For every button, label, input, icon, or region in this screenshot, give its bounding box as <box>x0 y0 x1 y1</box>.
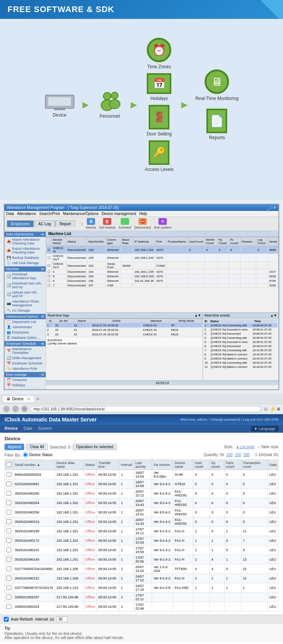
th-last-activity[interactable]: Last activity <box>134 460 152 470</box>
url-bar[interactable]: http://192.168.1.88:8082/iclock/data/icl… <box>30 406 261 412</box>
menu-device-mgmt[interactable]: Device management <box>102 212 136 216</box>
qty-100[interactable]: 100 <box>226 453 233 457</box>
sidebar-item-shifts[interactable]: 🔄Shifts Management <box>5 355 46 361</box>
th-fp-count[interactable]: Fp count <box>210 460 225 470</box>
event-row[interactable]: 8 [CHECK IN] failed in connect 16:42:03 … <box>204 352 278 357</box>
sidebar-item-export[interactable]: 📤Export Attendance Checking Data <box>5 246 46 255</box>
star-icon[interactable]: ☆ <box>263 406 268 412</box>
iclock-device-row[interactable]: 3929182490224 192.168.1.201 Offline 00:0… <box>5 517 278 527</box>
event-row[interactable]: 5 [CHECK IN] Succeed in conn 16:35:51 07… <box>204 340 278 344</box>
sidebar-item-download-logs[interactable]: 🔄Download attendance logs <box>5 272 46 281</box>
forward-btn[interactable]: › <box>12 406 19 412</box>
clear-all-btn[interactable]: Clear All <box>26 444 47 450</box>
btn-connect[interactable]: 🔗 Connect <box>118 218 131 229</box>
tab-close-icon[interactable]: ✕ <box>27 397 30 401</box>
btn-exit[interactable]: ✕ Exit system <box>154 218 171 229</box>
table-row[interactable]: ☐ 7 Disconnected 107 USB <box>46 283 278 288</box>
iclock-device-row[interactable]: 3929182490264 192.168.1.201 Offline 00:0… <box>5 498 278 508</box>
nav-device[interactable]: Device <box>5 426 18 432</box>
auto-refresh-checkbox[interactable] <box>4 617 9 622</box>
list-style-option[interactable]: ● List style <box>236 445 254 449</box>
qty-200[interactable]: 200 <box>243 453 250 457</box>
iclock-device-row[interactable]: 3929182490256 192.168.1.201 Offline 00:0… <box>5 508 278 517</box>
sidebar-item-backup[interactable]: 💾Backup Database <box>5 255 46 260</box>
nav-system[interactable]: System <box>38 426 52 432</box>
log-row[interactable]: 2 23 23 2018-07-25 16:42:32 CHECK IN FAC… <box>46 328 203 332</box>
device-status-filter[interactable]: Device Status <box>23 452 52 457</box>
iclock-device-row[interactable]: OGT70800670731O0176 192.168.1.210 Offlin… <box>5 583 278 593</box>
iclock-device-row[interactable]: 3929182490161 192.168.1.201 Offline 00:0… <box>5 546 278 555</box>
event-row[interactable]: 10 [CHECK IN] Connecting with 16:44:10 0… <box>204 361 278 365</box>
browser-tab[interactable]: 🖥 Device ✕ <box>2 395 34 402</box>
iclock-device-row[interactable]: 3399201805337 217.65.194.88 Offline 00:0… <box>5 593 278 602</box>
iclock-device-row[interactable]: 5203182600681 192.168.1.201 Offline 00:0… <box>5 480 278 489</box>
sidebar-item-timetable[interactable]: 📅Maintenance Timetables <box>5 346 46 355</box>
sidebar-item-upload-user[interactable]: 🔄Upload user info and FP <box>5 290 46 299</box>
iclock-device-row[interactable]: 3929182490172 192.168.1.201 Offline 00:0… <box>5 536 278 546</box>
iclock-device-row[interactable]: 66691825000304 192.168.1.201 Offline 00:… <box>5 470 278 480</box>
sidebar-item-admin[interactable]: 👤Administrator <box>5 324 46 330</box>
th-face-count[interactable]: Face count <box>225 460 241 470</box>
select-all-checkbox[interactable] <box>6 462 11 467</box>
menu-icon[interactable]: ≡ <box>277 406 280 412</box>
table-style-option[interactable]: ○ Table style <box>257 445 278 449</box>
event-row[interactable]: 9 [CHECK IN] failed in connect 16:44:10 … <box>204 357 278 361</box>
sidebar-item-holidays[interactable]: 📅Holidays <box>5 383 46 388</box>
iclock-device-row[interactable]: 3929182490140 192.168.1.201 Offline 00:0… <box>5 555 278 564</box>
refresh-btn[interactable]: ↻ <box>21 406 28 412</box>
sidebar-item-unlock[interactable]: 🔓Unlock Combination <box>5 388 46 389</box>
table-row[interactable]: ☐ CHECK OUT Disconnected 109 Ethernet 19… <box>46 254 278 262</box>
sidebar-item-download-user[interactable]: 🔄Download user info and Fp <box>5 281 46 290</box>
table-row[interactable]: ☐ 5 Disconnected 105 Ethernet 192.168.0.… <box>46 274 278 279</box>
tab-report[interactable]: Report <box>55 220 75 227</box>
th-user-count[interactable]: User count <box>193 460 210 470</box>
menu-data[interactable]: Data <box>6 212 14 216</box>
tab-employees[interactable]: Employees <box>7 220 34 227</box>
table-row[interactable]: ☐ CHECK OUT Disconnected 103 Serial Port… <box>46 262 278 270</box>
sidebar-item-emp-schedule[interactable]: 📅Employee Schedule <box>5 361 46 366</box>
sidebar-item-import[interactable]: 📥Import Attendance Checking Data <box>5 237 46 246</box>
th-transfer-time[interactable]: Transfer time <box>97 460 119 470</box>
iclock-device-row[interactable]: 3929182490189 192.168.1.201 Offline 00:0… <box>5 527 278 536</box>
btn-device[interactable]: 🖥 Device <box>86 218 96 229</box>
th-serial-number[interactable]: Serial number ▲ <box>13 460 55 470</box>
event-row[interactable]: 2 [CHECK IN] Succeed in conn 16:08:41 07… <box>204 327 278 332</box>
append-btn[interactable]: Append <box>5 444 24 450</box>
att-menu-bar[interactable]: Data Attendance Search/Print Maintenance… <box>5 211 278 217</box>
menu-attendance[interactable]: Attendance <box>17 212 36 216</box>
menu-search[interactable]: Search/Print <box>39 212 60 216</box>
th-transaction-count[interactable]: Transaction count <box>241 460 268 470</box>
sidebar-item-usb[interactable]: 💿Usb Disk Manage <box>5 260 46 266</box>
iclock-device-row[interactable]: OGT70400570413O0081 192.168.1.205 Offlin… <box>5 564 278 574</box>
iclock-device-row[interactable]: 3929182490265 192.168.1.201 Offline 00:0… <box>5 489 278 498</box>
log-row[interactable]: 1 23 23 2018-07-25 16:08:39 CHECK IN FP <box>46 323 203 328</box>
sidebar-item-photo[interactable]: 📷Attendance Photo Management <box>5 299 46 308</box>
settings-icon[interactable]: ⚡ <box>269 406 276 412</box>
event-row[interactable]: 1 [CHECK IN] Connecting with 16:08:40 07… <box>204 323 278 327</box>
btn-disconnect[interactable]: ⛔ Disconnect <box>134 218 151 229</box>
event-row[interactable]: 4 [CHECK IN] Connecting with 16:35:44 07… <box>204 336 278 340</box>
table-row[interactable]: ☑ CHECK IN Disconnected 108 Ethernet 192… <box>46 246 278 254</box>
device-status-radio[interactable] <box>23 452 28 457</box>
event-row[interactable]: 3 [CHECK IN] Disconnect 16:09:24 07-25 <box>204 332 278 336</box>
back-btn[interactable]: ‹ <box>3 406 10 412</box>
th-device-status[interactable]: Status <box>83 460 97 470</box>
btn-del-device[interactable]: 🗑 Del Device <box>99 218 116 229</box>
qty-150[interactable]: 150 <box>235 453 241 457</box>
log-row[interactable]: 3 23 23 2018-07-25 16:42:36 CHECK IN FAC… <box>46 332 203 337</box>
sidebar-item-employees[interactable]: 👥Employees <box>5 330 46 335</box>
th-alias-name[interactable]: Device alias name <box>55 460 83 470</box>
tab-ac-log[interactable]: AC Log <box>34 220 55 227</box>
th-data[interactable]: Data <box>268 460 278 470</box>
att-tab-row[interactable]: Employees AC Log Report <box>7 220 75 227</box>
language-btn[interactable]: ▼ Language <box>251 426 278 432</box>
interval-input[interactable] <box>56 616 68 622</box>
sidebar-item-att-rule[interactable]: 📏Attendance Rule <box>5 366 46 371</box>
th-fw-version[interactable]: Fw version <box>152 460 173 470</box>
table-row[interactable]: ☐ 4 Disconnected 104 Ethernet 192.168.1.… <box>46 270 278 274</box>
operation-btn[interactable]: Operation for selected <box>73 444 117 450</box>
sidebar-item-db[interactable]: 🗄Database Option... <box>5 335 46 340</box>
menu-maintenance[interactable]: Maintenance/Options <box>63 212 99 216</box>
event-row[interactable]: 6 [CHECK IN] Disconnect 16:29:03 07-25 <box>204 344 278 348</box>
iclock-device-row[interactable]: 3399201800324 217.65.194.88 Offline 00:0… <box>5 602 278 612</box>
